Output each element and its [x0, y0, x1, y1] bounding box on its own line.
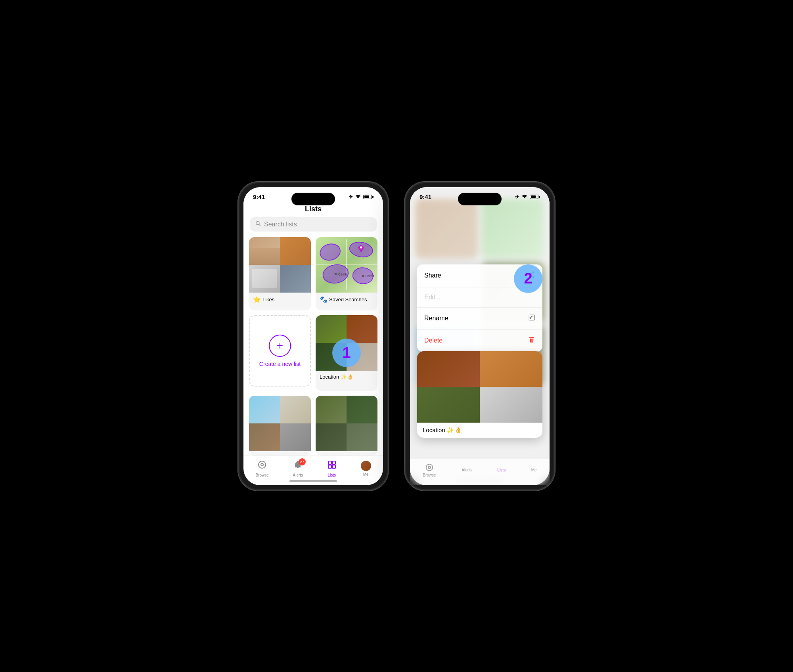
saved-searches-label: 🐾 Saved Searches [316, 293, 377, 306]
location-text: Location ✨👌 [320, 374, 353, 380]
l5-photo-4 [280, 423, 311, 451]
alerts-label: Alerts [293, 473, 303, 477]
tab-me-2: Me [531, 468, 537, 472]
tab-bar-2: Browse Alerts Lists Me [410, 459, 550, 485]
likes-photo-3 [249, 265, 280, 293]
wifi-icon-2 [521, 194, 528, 200]
share-label: Share [424, 272, 441, 279]
tab-alerts-2: Alerts [462, 468, 472, 472]
svg-point-12 [335, 273, 337, 275]
l6-photo-4 [347, 423, 377, 451]
likes-text: Likes [262, 297, 274, 302]
me-label: Me [363, 472, 369, 477]
dynamic-island-2 [458, 193, 502, 205]
tab-me[interactable]: Me [361, 461, 371, 477]
location-label: Location ✨👌 [316, 371, 377, 383]
svg-text:Camb: Camb [338, 272, 347, 276]
status-icons-2: ✈ [515, 194, 540, 200]
phone-2: 9:41 ✈ [404, 182, 555, 491]
dynamic-island-1 [291, 193, 335, 205]
svg-rect-22 [332, 465, 335, 468]
l5-photo-1 [249, 396, 280, 423]
svg-point-17 [259, 461, 266, 468]
l6-photo-3 [316, 423, 347, 451]
preview-card[interactable]: Location ✨👌 [417, 351, 542, 438]
tab-alerts[interactable]: 27 Alerts [293, 460, 303, 477]
page-title-1: Lists [243, 203, 383, 217]
svg-rect-20 [332, 461, 335, 464]
delete-label: Delete [424, 337, 442, 344]
trash-icon [528, 336, 535, 345]
svg-rect-21 [328, 465, 331, 468]
number-badge-2: 2 [514, 264, 542, 293]
phone-1: 9:41 ✈ Lists [238, 182, 389, 491]
create-new-card[interactable]: + Create a new list [249, 315, 311, 387]
preview-card-grid [417, 351, 542, 423]
likes-card[interactable]: ⭐ Likes [249, 237, 311, 311]
menu-delete[interactable]: Delete [417, 330, 542, 352]
phone-2-content: 9:41 ✈ [410, 187, 550, 485]
location-badge-1: 1 [332, 339, 361, 367]
svg-point-25 [428, 466, 431, 469]
list5-img-grid [249, 396, 311, 451]
airplane-icon-2: ✈ [515, 194, 519, 200]
list6-card[interactable] [316, 396, 377, 456]
saved-searches-icon: 🐾 [320, 296, 328, 303]
create-label: Create a new list [259, 361, 301, 367]
phone-1-content: 9:41 ✈ Lists [243, 187, 383, 485]
likes-photo-2 [280, 237, 311, 265]
lists-label: Lists [328, 473, 336, 477]
saved-searches-card[interactable]: Camb Camb 🐾 Saved S [316, 237, 377, 311]
phone-2-screen: 9:41 ✈ [410, 187, 550, 485]
loc-photo-1 [316, 315, 347, 343]
tab-lists[interactable]: Lists [327, 460, 337, 477]
search-placeholder-1: Search lists [264, 221, 297, 228]
search-bar-1[interactable]: Search lists [250, 217, 377, 232]
phone-1-screen: 9:41 ✈ Lists [243, 187, 383, 485]
loc-photo-2 [347, 315, 377, 343]
tab-browse[interactable]: Browse [255, 460, 268, 477]
svg-text:Camb: Camb [366, 274, 374, 278]
battery-icon-1 [363, 195, 374, 199]
location-card[interactable]: 1 Location ✨👌 [316, 315, 377, 391]
rename-label: Rename [424, 315, 448, 322]
svg-point-16 [360, 246, 362, 249]
browse-icon [257, 460, 267, 472]
lists-icon [327, 460, 337, 472]
phones-container: 9:41 ✈ Lists [238, 182, 555, 491]
likes-photo-1 [249, 237, 280, 265]
edit-label: Edit... [424, 294, 441, 301]
l5-photo-3 [249, 423, 280, 451]
rename-icon [528, 314, 535, 323]
l5-photo-2 [280, 396, 311, 423]
svg-point-24 [426, 464, 433, 471]
tab-lists-2: Lists [498, 468, 506, 472]
browse-label: Browse [255, 473, 268, 477]
menu-rename[interactable]: Rename [417, 308, 542, 330]
alerts-badge: 27 [299, 458, 306, 465]
create-plus-icon: + [269, 335, 291, 357]
list6-img-grid [316, 396, 377, 451]
preview-location-text: Location ✨👌 [423, 427, 462, 433]
status-icons-1: ✈ [349, 194, 374, 200]
wifi-icon-1 [355, 194, 361, 200]
time-2: 9:41 [419, 193, 431, 200]
preview-card-label: Location ✨👌 [417, 423, 542, 438]
badge-number-2: 2 [524, 270, 532, 287]
likes-photo-4 [280, 265, 311, 293]
map-bg: Camb Camb [316, 237, 377, 293]
preview-photo-3 [417, 387, 480, 423]
svg-rect-19 [328, 461, 331, 464]
search-icon-1 [255, 221, 261, 228]
preview-photo-1 [417, 351, 480, 387]
lists-grid-1: ⭐ Likes [243, 237, 383, 456]
battery-icon-2 [530, 195, 540, 199]
time-1: 9:41 [253, 193, 265, 200]
alerts-icon: 27 [293, 460, 303, 472]
airplane-icon-1: ✈ [349, 194, 353, 200]
list5-card[interactable] [249, 396, 311, 456]
star-icon: ⭐ [253, 296, 261, 303]
svg-point-8 [318, 241, 342, 262]
me-avatar [361, 461, 371, 471]
home-indicator-1 [289, 480, 337, 482]
